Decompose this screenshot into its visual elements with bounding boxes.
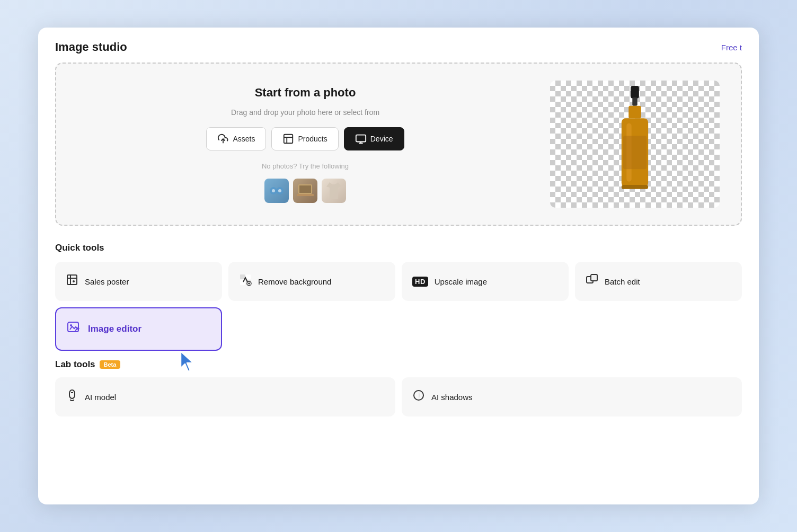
earbuds-icon: [268, 182, 285, 199]
sample-photo-earbuds[interactable]: [264, 179, 289, 203]
upload-title: Start from a photo: [255, 86, 356, 100]
remove-background-label: Remove background: [258, 277, 331, 286]
assets-button[interactable]: Assets: [206, 127, 266, 150]
bottle-image: [606, 86, 664, 202]
batch-edit-icon: [586, 273, 598, 289]
upload-left: Start from a photo Drag and drop your ph…: [77, 86, 533, 203]
svg-rect-14: [631, 86, 639, 99]
sample-photo-laptop[interactable]: [293, 179, 317, 203]
remove-background-icon: [239, 273, 252, 289]
svg-point-35: [70, 324, 72, 326]
cloud-icon: [217, 133, 229, 145]
free-trial-link[interactable]: Free t: [721, 43, 742, 52]
svg-rect-1: [284, 134, 293, 143]
main-content: Start from a photo Drag and drop your ph…: [38, 63, 759, 438]
sales-poster-icon: [66, 273, 78, 289]
quick-tools-title: Quick tools: [55, 243, 742, 253]
lab-tools-header: Lab tools Beta: [55, 359, 742, 370]
lab-tools-grid: AI model AI shadows: [55, 377, 742, 416]
lab-tools-title: Lab tools: [55, 359, 95, 370]
tool-batch-edit[interactable]: Batch edit: [575, 262, 742, 301]
no-photos-row: No photos? Try the following: [255, 162, 355, 170]
svg-rect-13: [297, 194, 314, 196]
svg-rect-25: [240, 274, 245, 279]
tool-image-editor[interactable]: Image editor: [55, 307, 222, 351]
tool-ai-shadows[interactable]: AI shadows: [402, 377, 742, 416]
sample-photos: [264, 179, 346, 203]
products-button[interactable]: Products: [271, 127, 338, 150]
ai-model-label: AI model: [85, 393, 116, 402]
tool-sales-poster[interactable]: Sales poster: [55, 262, 222, 301]
svg-rect-33: [591, 274, 597, 281]
svg-rect-15: [632, 97, 637, 106]
svg-point-10: [278, 189, 281, 192]
products-icon: [282, 133, 294, 145]
upscale-hd-icon: HD: [412, 277, 428, 287]
sample-photo-shirt[interactable]: [322, 179, 346, 203]
svg-rect-4: [356, 135, 366, 141]
assets-button-label: Assets: [233, 135, 255, 143]
app-window: Image studio Free t Start from a photo D…: [38, 28, 759, 504]
svg-rect-26: [246, 274, 251, 279]
svg-rect-12: [299, 185, 311, 193]
upload-subtitle: Drag and drop your photo here or select …: [231, 108, 379, 117]
products-button-label: Products: [298, 135, 327, 143]
tool-upscale-image[interactable]: HD Upscale image: [402, 262, 569, 301]
page-title: Image studio: [55, 40, 127, 54]
image-editor-icon: [67, 320, 82, 338]
image-editor-label: Image editor: [88, 324, 141, 334]
tool-remove-background[interactable]: Remove background: [228, 262, 395, 301]
ai-shadows-icon: [412, 389, 425, 405]
shirt-icon: [325, 181, 342, 200]
svg-rect-16: [628, 106, 641, 119]
ai-model-icon: [66, 389, 78, 405]
beta-badge: Beta: [100, 360, 121, 369]
svg-rect-20: [622, 185, 648, 189]
device-button[interactable]: Device: [344, 127, 404, 150]
svg-rect-19: [623, 136, 647, 169]
svg-point-9: [272, 189, 275, 192]
quick-tools-grid: Sales poster Remove backgr: [55, 262, 742, 351]
ai-shadows-label: AI shadows: [431, 393, 473, 402]
tool-ai-model[interactable]: AI model: [55, 377, 395, 416]
upload-area: Start from a photo Drag and drop your ph…: [55, 63, 742, 226]
upscale-image-label: Upscale image: [435, 277, 487, 286]
batch-edit-label: Batch edit: [605, 277, 640, 286]
sales-poster-label: Sales poster: [85, 277, 129, 286]
source-buttons: Assets Products: [206, 127, 404, 150]
device-button-label: Device: [370, 135, 393, 143]
laptop-icon: [296, 183, 315, 199]
device-icon: [355, 133, 367, 145]
product-preview: [550, 81, 720, 208]
svg-rect-21: [67, 275, 77, 285]
no-photos-label: No photos? Try the following: [262, 162, 349, 170]
header: Image studio Free t: [38, 28, 759, 63]
svg-point-24: [73, 280, 75, 282]
